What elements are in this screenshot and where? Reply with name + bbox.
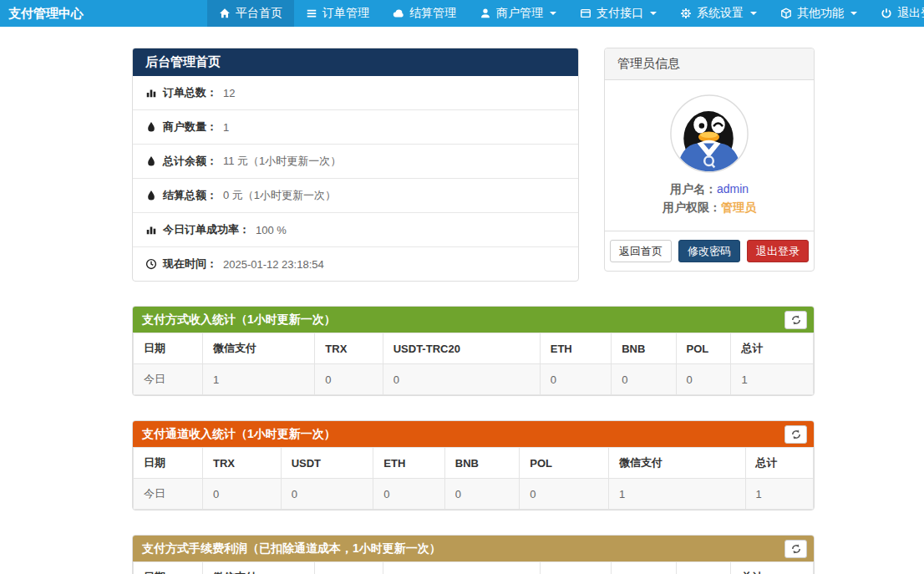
table-cell: 0	[383, 364, 540, 395]
table-row: 今日 1 0 0 0 0 0 1	[134, 364, 814, 395]
brand-title[interactable]: 支付管理中心	[0, 0, 92, 27]
stat-row-current-time: 现在时间： 2025-01-12 23:18:54	[133, 246, 578, 281]
stat-label: 结算总额：	[163, 188, 217, 203]
stat-value: 0 元（1小时更新一次）	[223, 188, 336, 203]
payment-admin-dashboard: 支付管理中心 平台首页 订单管理 结算管理	[0, 0, 924, 574]
user-icon	[480, 8, 491, 19]
overview-panel-title: 后台管理首页	[133, 48, 578, 76]
change-password-button[interactable]: 修改密码	[678, 240, 740, 262]
payment-channel-income-panel: 支付通道收入统计（1小时更新一次） 日期 TRX USDT ETH BNB PO…	[132, 420, 815, 511]
admin-panel-title: 管理员信息	[605, 48, 814, 80]
column-header: TRX	[203, 448, 282, 479]
avatar	[669, 94, 749, 174]
table-cell: 1	[203, 364, 315, 395]
stat-label: 商户数量：	[163, 119, 217, 135]
fee-profit-table: 日期 微信支付 TRX USDT-TRC20 ETH BNB POL 总计	[133, 561, 814, 574]
nav-item-payment-api[interactable]: 支付接口	[568, 0, 668, 27]
caret-down-icon	[550, 12, 556, 15]
role-badge: 管理员	[721, 201, 756, 214]
stat-label: 现在时间：	[163, 257, 217, 272]
cloud-icon	[393, 8, 404, 19]
panel-title: 支付方式收入统计（1小时更新一次）	[142, 312, 336, 328]
nav-item-other-functions[interactable]: 其他功能	[769, 0, 869, 27]
nav-item-platform-home[interactable]: 平台首页	[207, 0, 294, 27]
table-header-row: 日期 微信支付 TRX USDT-TRC20 ETH BNB POL 总计	[134, 562, 814, 574]
card-icon	[580, 8, 591, 19]
username-link[interactable]: admin	[717, 182, 749, 196]
droplet-icon	[145, 155, 157, 167]
username-row: 用户名：admin	[605, 182, 814, 197]
refresh-icon	[790, 429, 802, 440]
stat-value: 12	[223, 87, 235, 99]
refresh-button[interactable]	[784, 540, 807, 558]
refresh-button[interactable]	[784, 311, 807, 329]
panel-header: 支付方式收入统计（1小时更新一次）	[133, 307, 814, 333]
column-header: 总计	[745, 448, 813, 479]
stat-row-settlement-total: 结算总额： 0 元（1小时更新一次）	[133, 178, 578, 212]
fee-profit-panel: 支付方式手续费利润（已扣除通道成本，1小时更新一次） 日期 微信支付 TRX U…	[132, 535, 815, 574]
stat-value: 2025-01-12 23:18:54	[223, 258, 324, 271]
list-icon	[306, 8, 317, 19]
clock-icon	[145, 258, 157, 270]
nav-item-logout[interactable]: 退出登录	[869, 0, 924, 27]
nav-item-label: 结算管理	[409, 6, 456, 21]
table-cell: 0	[612, 364, 676, 395]
nav-item-settlement[interactable]: 结算管理	[381, 0, 468, 27]
caret-down-icon	[650, 12, 657, 15]
table-cell: 0	[676, 364, 731, 395]
nav-item-label: 商户管理	[496, 6, 543, 21]
stat-label: 订单总数：	[163, 85, 217, 100]
panel-title: 支付方式手续费利润（已扣除通道成本，1小时更新一次）	[142, 541, 441, 556]
gear-icon	[680, 8, 692, 19]
main-nav: 平台首页 订单管理 结算管理 商户管理	[207, 0, 924, 27]
table-cell: 1	[745, 479, 813, 510]
payment-method-income-panel: 支付方式收入统计（1小时更新一次） 日期 微信支付 TRX USDT-TRC20…	[132, 306, 815, 396]
refresh-icon	[790, 543, 802, 555]
logout-button[interactable]: 退出登录	[747, 240, 809, 262]
nav-item-label: 支付接口	[597, 6, 643, 21]
column-header: USDT	[281, 448, 373, 479]
table-cell: 0	[281, 479, 373, 510]
column-header: 日期	[134, 562, 203, 574]
stat-label: 今日订单成功率：	[163, 222, 250, 237]
nav-item-orders[interactable]: 订单管理	[294, 0, 381, 27]
stat-value: 11 元（1小时更新一次）	[223, 154, 341, 169]
refresh-icon	[790, 314, 802, 326]
panel-header: 支付方式手续费利润（已扣除通道成本，1小时更新一次）	[133, 536, 814, 561]
username-label: 用户名：	[670, 182, 717, 196]
table-row: 今日 0 0 0 0 0 1 1	[134, 479, 814, 510]
nav-item-label: 其他功能	[797, 6, 844, 21]
nav-item-merchants[interactable]: 商户管理	[468, 0, 568, 27]
admin-panel-body: 用户名：admin 用户权限：管理员	[605, 80, 814, 231]
admin-panel-footer: 返回首页 修改密码 退出登录	[605, 231, 814, 271]
home-icon	[219, 8, 231, 19]
admin-info-panel: 管理员信息	[604, 48, 815, 272]
column-header: ETH	[373, 448, 444, 479]
nav-item-label: 订单管理	[322, 6, 369, 21]
column-header: 日期	[134, 333, 203, 364]
column-header: USDT-TRC20	[383, 562, 540, 574]
panel-title: 支付通道收入统计（1小时更新一次）	[142, 427, 336, 442]
table-header-row: 日期 TRX USDT ETH BNB POL 微信支付 总计	[134, 448, 814, 479]
droplet-icon	[145, 121, 157, 133]
column-header: BNB	[612, 333, 676, 364]
table-cell: 0	[315, 364, 383, 395]
caret-down-icon	[850, 12, 857, 15]
refresh-button[interactable]	[784, 425, 807, 444]
back-home-button[interactable]: 返回首页	[610, 240, 672, 262]
table-cell: 0	[540, 364, 611, 395]
nav-item-label: 平台首页	[236, 6, 282, 21]
droplet-icon	[145, 190, 157, 201]
stat-row-total-balance: 总计余额： 11 元（1小时更新一次）	[133, 144, 578, 178]
column-header: 日期	[134, 448, 203, 479]
nav-item-label: 系统设置	[697, 6, 744, 21]
column-header: 总计	[731, 562, 814, 574]
table-cell: 0	[444, 479, 520, 510]
column-header: BNB	[444, 448, 520, 479]
table-cell: 0	[520, 479, 609, 510]
nav-item-system-settings[interactable]: 系统设置	[668, 0, 769, 27]
column-header: USDT-TRC20	[383, 333, 540, 364]
bar-chart-icon	[145, 87, 157, 99]
caret-down-icon	[750, 12, 757, 15]
column-header: 微信支付	[608, 448, 745, 479]
